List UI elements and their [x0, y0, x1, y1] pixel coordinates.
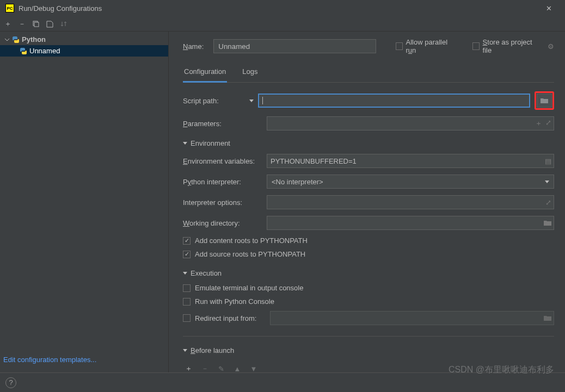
- env-vars-label: Environment variables:: [183, 157, 262, 165]
- edit-templates-link[interactable]: Edit configuration templates...: [3, 356, 96, 364]
- redirect-input-checkbox[interactable]: [183, 314, 191, 322]
- pycharm-icon: PC: [5, 4, 14, 13]
- parameters-label: Parameters:: [183, 120, 262, 128]
- parameters-input[interactable]: ＋ ⤢: [267, 116, 554, 130]
- interpreter-opts-input[interactable]: ⤢: [267, 195, 554, 209]
- execution-section[interactable]: Execution: [183, 269, 554, 277]
- checkbox-icon: [472, 42, 480, 50]
- interpreter-opts-label: Interpreter options:: [183, 198, 262, 207]
- redirect-input-field[interactable]: [270, 311, 554, 325]
- close-icon[interactable]: ✕: [538, 4, 560, 13]
- bottom-bar: ?: [0, 372, 565, 392]
- save-config-icon[interactable]: [46, 20, 54, 28]
- chevron-down-icon: [183, 142, 187, 145]
- checkbox-icon: [396, 42, 402, 50]
- python-icon: [12, 36, 20, 43]
- chevron-down-icon: [249, 99, 254, 102]
- folder-icon: [541, 97, 548, 104]
- titlebar: PC Run/Debug Configurations ✕: [0, 0, 565, 16]
- config-tabs: Configuration Logs: [183, 64, 554, 83]
- before-launch-label: Before launch: [191, 346, 234, 354]
- allow-parallel-checkbox[interactable]: Allow parallel run: [396, 38, 453, 54]
- env-vars-value: PYTHONUNBUFFERED=1: [271, 157, 357, 165]
- copy-icon[interactable]: [32, 20, 40, 28]
- env-vars-input[interactable]: PYTHONUNBUFFERED=1 ▤: [267, 154, 554, 168]
- gear-icon[interactable]: ⚙: [548, 42, 554, 51]
- redirect-input-label: Redirect input from:: [195, 314, 266, 322]
- config-toolbar: ＋ －: [0, 16, 565, 32]
- tree-label-python: Python: [22, 35, 46, 43]
- help-button[interactable]: ?: [5, 377, 16, 388]
- working-dir-input[interactable]: [267, 216, 554, 230]
- chevron-down-icon: [4, 37, 10, 42]
- tree-node-unnamed[interactable]: Unnamed: [0, 45, 168, 57]
- python-icon: [20, 47, 27, 55]
- folder-icon: [544, 315, 551, 321]
- allow-parallel-label: Allow parallel run: [406, 38, 453, 54]
- tree-label-unnamed: Unnamed: [29, 47, 60, 55]
- working-dir-label: Working directory:: [183, 219, 262, 227]
- config-content: Name: Allow parallel run Store as projec…: [169, 32, 565, 372]
- down-icon[interactable]: ▼: [248, 363, 259, 372]
- window-title: Run/Debug Configurations: [19, 4, 102, 13]
- script-path-input[interactable]: [258, 94, 530, 108]
- remove-icon[interactable]: －: [17, 20, 26, 28]
- remove-icon[interactable]: －: [199, 363, 210, 372]
- emulate-terminal-label: Emulate terminal in output console: [195, 284, 303, 292]
- store-project-label: Store as project file: [483, 38, 536, 54]
- add-content-roots-checkbox[interactable]: [183, 237, 191, 245]
- chevron-down-icon: [183, 272, 187, 275]
- add-source-roots-label: Add source roots to PYTHONPATH: [195, 250, 305, 258]
- tree-node-python[interactable]: Python: [0, 34, 168, 45]
- add-icon[interactable]: ＋: [183, 363, 194, 372]
- before-launch-toolbar: ＋ － ✎ ▲ ▼: [183, 361, 554, 372]
- before-launch-section[interactable]: Before launch: [183, 346, 554, 354]
- script-path-dropdown[interactable]: Script path:: [183, 97, 254, 105]
- chevron-down-icon: [183, 349, 187, 352]
- highlight-annotation: [535, 91, 554, 110]
- store-project-checkbox[interactable]: Store as project file: [472, 38, 536, 54]
- execution-label: Execution: [191, 269, 222, 277]
- name-input[interactable]: [213, 39, 376, 53]
- environment-label: Environment: [191, 139, 230, 147]
- emulate-terminal-checkbox[interactable]: [183, 284, 191, 292]
- interpreter-label: Python interpreter:: [183, 178, 262, 186]
- expand-icon[interactable]: ⤢: [545, 198, 551, 207]
- plus-icon[interactable]: ＋: [535, 119, 542, 128]
- interpreter-select[interactable]: <No interpreter>: [267, 175, 554, 189]
- environment-section[interactable]: Environment: [183, 139, 554, 147]
- svg-rect-1: [34, 22, 39, 27]
- sort-icon[interactable]: [60, 20, 69, 28]
- edit-icon[interactable]: ✎: [216, 363, 226, 372]
- browse-button[interactable]: [537, 94, 552, 108]
- list-icon[interactable]: ▤: [545, 157, 551, 165]
- add-icon[interactable]: ＋: [3, 20, 12, 28]
- tab-logs[interactable]: Logs: [241, 64, 259, 82]
- config-sidebar: Python Unnamed Edit configuration templa…: [0, 32, 169, 372]
- script-path-label: Script path:: [183, 97, 219, 105]
- chevron-down-icon: [545, 181, 549, 183]
- name-label: Name:: [183, 42, 204, 51]
- caret-icon: [262, 97, 263, 104]
- folder-icon[interactable]: [544, 220, 551, 226]
- separator: [183, 336, 554, 337]
- add-source-roots-checkbox[interactable]: [183, 251, 191, 258]
- expand-icon[interactable]: ⤢: [545, 119, 551, 128]
- up-icon[interactable]: ▲: [232, 363, 243, 372]
- add-content-roots-label: Add content roots to PYTHONPATH: [195, 237, 308, 245]
- run-python-console-label: Run with Python Console: [195, 297, 274, 306]
- tab-configuration[interactable]: Configuration: [183, 64, 227, 83]
- run-python-console-checkbox[interactable]: [183, 298, 191, 306]
- interpreter-value: <No interpreter>: [272, 178, 323, 186]
